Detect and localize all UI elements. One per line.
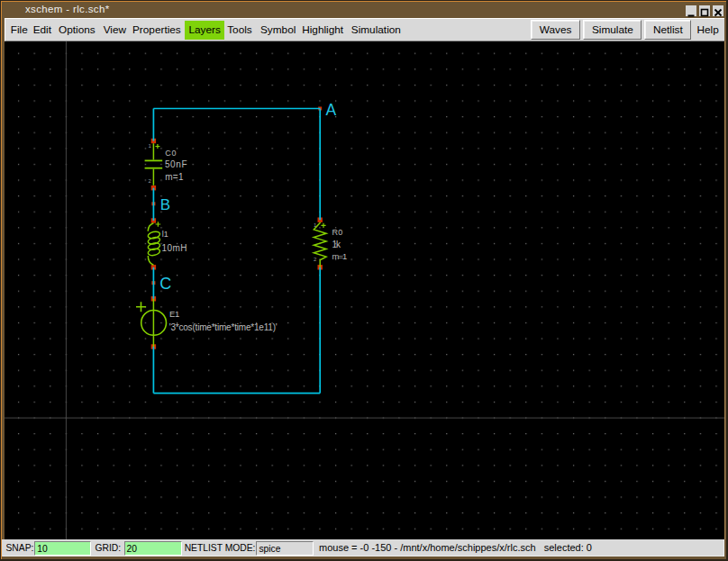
svg-text:10mH: 10mH — [162, 243, 187, 253]
svg-text:B: B — [160, 196, 170, 213]
svg-text:R0: R0 — [332, 228, 343, 237]
svg-text:E1: E1 — [169, 309, 179, 319]
svg-text:C: C — [159, 275, 171, 293]
svg-text:1k: 1k — [332, 240, 342, 249]
svg-text:C0: C0 — [165, 149, 176, 158]
svg-text:m=1: m=1 — [332, 251, 348, 261]
svg-text:m=1: m=1 — [165, 172, 184, 182]
svg-text:A: A — [326, 101, 337, 119]
svg-text:'3*cos(time*time*time*1e11)': '3*cos(time*time*time*1e11)' — [169, 322, 278, 332]
svg-text:50nF: 50nF — [165, 159, 187, 169]
svg-text:l1: l1 — [162, 230, 168, 239]
